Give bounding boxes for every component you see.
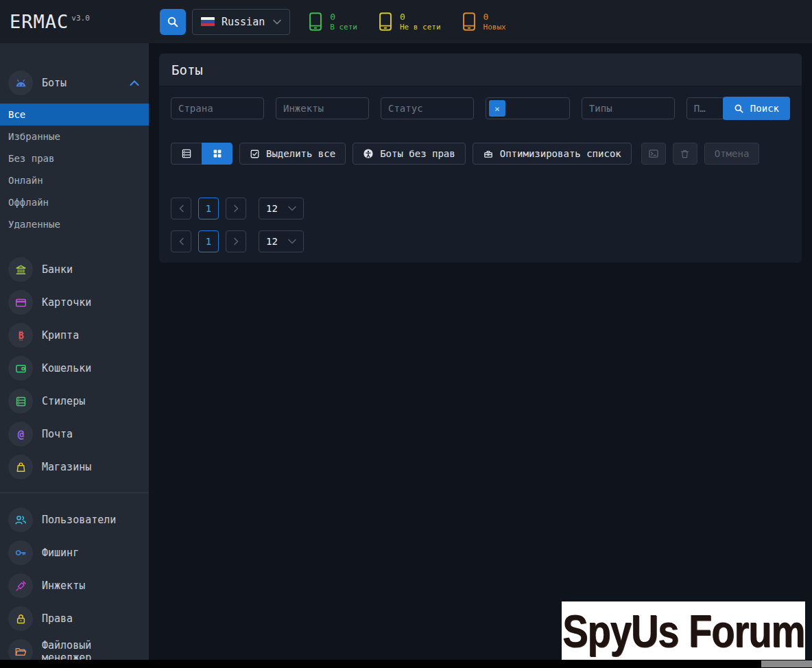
offline-count: 0 [400, 12, 441, 23]
chevron-left-icon [178, 237, 184, 246]
chevron-right-icon [233, 204, 239, 213]
terminal-button[interactable] [641, 143, 666, 165]
grid-view-icon [212, 148, 223, 159]
sidebar-item-crypto[interactable]: B Крипта [0, 319, 149, 352]
horizontal-scrollbar[interactable] [0, 660, 812, 668]
stat-new: 0 Новых [462, 12, 506, 32]
cancel-button[interactable]: Отмена [704, 143, 760, 165]
sidebar-item-shops[interactable]: Магазины [0, 451, 149, 484]
svg-text:B: B [18, 331, 23, 341]
accessibility-icon [363, 148, 374, 159]
sidebar-item-offline[interactable]: Оффлайн [0, 191, 149, 213]
sidebar-item-users[interactable]: Пользователи [0, 503, 149, 536]
sidebar-item-all-bots[interactable]: Все [0, 104, 149, 126]
users-icon [8, 508, 33, 532]
language-select[interactable]: Russian [192, 9, 290, 35]
chevron-left-icon [178, 204, 184, 213]
quick-filter-input[interactable] [686, 97, 724, 119]
country-filter-input[interactable] [171, 97, 264, 119]
global-search-button[interactable] [160, 9, 186, 35]
sidebar-divider [0, 492, 149, 493]
lock-icon [8, 606, 33, 631]
optimize-list-button[interactable]: Оптимизировать список [473, 143, 632, 165]
sidebar-item-stealers[interactable]: Стилеры [0, 385, 149, 418]
bitcoin-icon: B [8, 323, 33, 348]
folder-open-icon [8, 639, 33, 660]
topbar: ERMAC v3.0 Russian 0 В сети [0, 0, 812, 43]
prev-page-button[interactable] [171, 198, 191, 219]
chevron-up-icon[interactable] [130, 80, 139, 86]
sidebar-item-file-manager[interactable]: Файловый менеджер [0, 635, 149, 660]
select-all-button[interactable]: Выделить все [239, 143, 346, 165]
bots-panel: Боты × Поиск [159, 53, 802, 263]
shopping-bag-icon [8, 455, 33, 479]
sidebar-item-no-permissions[interactable]: Без прав [0, 147, 149, 169]
terminal-icon [648, 148, 659, 159]
sidebar-item-bots[interactable]: Боты [0, 69, 149, 97]
chevron-down-icon [288, 206, 296, 211]
sidebar-item-mail[interactable]: @ Почта [0, 418, 149, 451]
svg-text:@: @ [17, 428, 23, 440]
server-icon [8, 389, 33, 414]
stat-online: 0 В сети [308, 12, 357, 32]
list-view-button[interactable] [171, 143, 202, 165]
trash-icon [680, 149, 690, 159]
spyus-forum-watermark: SpyUs Forum [562, 601, 805, 660]
current-page-button[interactable]: 1 [198, 230, 219, 252]
bots-submenu: Все Избранные Без прав Онлайн Оффлайн Уд… [0, 104, 149, 235]
app-name: ERMAC [10, 11, 69, 32]
offline-label: Не в сети [400, 23, 441, 32]
filters-row: × Поиск [171, 97, 790, 120]
card-icon [8, 290, 33, 315]
horizontal-scrollbar-thumb[interactable] [761, 660, 812, 667]
panel-header: Боты [159, 53, 802, 86]
chevron-down-icon [288, 239, 296, 244]
delete-button[interactable] [673, 143, 697, 165]
search-icon [734, 104, 744, 114]
sidebar-item-online[interactable]: Онлайн [0, 169, 149, 191]
phone-new-icon [462, 12, 477, 32]
key-icon [8, 540, 33, 565]
stat-offline: 0 Не в сети [378, 12, 441, 32]
tag-filter-input[interactable]: × [486, 97, 570, 119]
new-count: 0 [483, 12, 506, 23]
search-icon [167, 16, 179, 28]
russian-flag-icon [201, 17, 215, 26]
pagination-top: 1 12 [171, 198, 790, 219]
grid-view-button[interactable] [202, 143, 232, 165]
sidebar-item-favorites[interactable]: Избранные [0, 126, 149, 147]
panel-body: × Поиск [159, 86, 802, 263]
sidebar-item-banks[interactable]: Банки [0, 253, 149, 286]
sidebar-item-phishing[interactable]: Фишинг [0, 536, 149, 569]
page-size-select[interactable]: 12 [259, 230, 304, 252]
sidebar-item-wallets[interactable]: Кошельки [0, 352, 149, 385]
clear-tag-button[interactable]: × [489, 100, 505, 117]
page-title: Боты [171, 62, 203, 77]
types-filter-input[interactable] [582, 97, 675, 119]
injects-filter-input[interactable] [276, 97, 369, 119]
bot-stats: 0 В сети 0 Не в сети 0 Нов [308, 12, 505, 32]
status-filter-input[interactable] [381, 97, 474, 119]
chevron-down-icon [273, 19, 281, 25]
current-page-button[interactable]: 1 [198, 198, 219, 219]
new-label: Новых [483, 23, 506, 32]
sidebar-item-injects[interactable]: Инжекты [0, 569, 149, 602]
next-page-button[interactable] [226, 230, 246, 252]
chevron-right-icon [233, 237, 239, 246]
list-view-icon [181, 148, 192, 159]
sidebar-item-cards[interactable]: Карточки [0, 286, 149, 319]
toolbox-icon [483, 148, 494, 159]
bots-without-permissions-button[interactable]: Боты без прав [353, 143, 466, 165]
next-page-button[interactable] [226, 198, 246, 219]
sidebar-item-permissions[interactable]: Права [0, 602, 149, 635]
page-size-select[interactable]: 12 [259, 198, 304, 219]
sidebar-item-deleted[interactable]: Удаленные [0, 213, 149, 235]
online-count: 0 [330, 12, 357, 23]
app-version: v3.0 [71, 14, 90, 23]
checkbox-icon [250, 149, 260, 159]
wallet-icon [8, 356, 33, 381]
prev-page-button[interactable] [171, 230, 191, 252]
search-button[interactable]: Поиск [723, 97, 790, 120]
search-group: Поиск [686, 97, 790, 120]
phone-offline-icon [378, 12, 393, 32]
